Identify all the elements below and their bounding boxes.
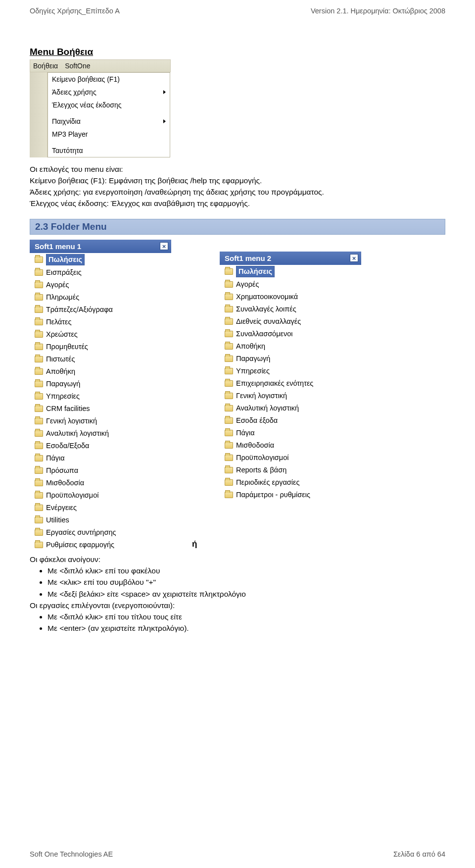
tree-item-label: Εργασίες συντήρησης — [46, 527, 116, 538]
tree-item[interactable]: Συναλλασσόμενοι — [220, 328, 361, 340]
tree-item-label: Αγορές — [236, 279, 259, 290]
tree-item[interactable]: Γενική λογιστική — [30, 415, 171, 427]
help-item-identity[interactable]: Ταυτότητα — [48, 144, 170, 157]
tree-item[interactable]: CRM facilities — [30, 403, 171, 415]
close-icon[interactable]: × — [160, 242, 168, 250]
tree-item[interactable]: Πελάτες — [30, 316, 171, 328]
folder-icon — [35, 443, 43, 449]
help-p1: Κείμενο βοήθειας (F1): Εμφάνιση της βοήθ… — [30, 176, 445, 186]
folder-icon — [225, 479, 233, 486]
tree-item-label: Υπηρεσίες — [46, 391, 80, 402]
tree-item-label: Προϋπολογισμοί — [46, 490, 98, 501]
tree-item[interactable]: Αγορές — [220, 278, 361, 291]
help-item-mp3[interactable]: MP3 Player — [48, 128, 170, 141]
tree-item[interactable]: Μισθοδοσία — [220, 439, 361, 452]
page-footer: Soft One Technologies AE Σελίδα 6 από 64 — [30, 850, 445, 858]
folder-icon — [35, 393, 43, 400]
tree-item-label: Διεθνείς συναλλαγές — [236, 316, 301, 327]
tree-item[interactable]: Πάγια — [30, 452, 171, 464]
chevron-right-icon — [163, 119, 166, 123]
tree-item[interactable]: Περιοδικές εργασίες — [220, 476, 361, 489]
tree-item-label: Προμηθευτές — [46, 342, 88, 352]
tree-item[interactable]: Πωλήσεις — [30, 253, 171, 266]
tree-item-label: Εσοδα έξοδα — [236, 415, 278, 426]
tree-item-label: CRM facilities — [46, 404, 90, 414]
tree-item-label: Τράπεζες/Αξιόγραφα — [46, 305, 113, 315]
help-item-licenses[interactable]: Άδειες χρήσης — [48, 86, 170, 99]
tree-item[interactable]: Ενέργειες — [30, 502, 171, 514]
folder-panels: Soft1 menu 1 × ΠωλήσειςΕισπράξειςΑγορέςΠ… — [30, 240, 445, 551]
tree-item-label: Αναλυτική λογιστική — [46, 428, 109, 439]
tree-item[interactable]: Τράπεζες/Αξιόγραφα — [30, 304, 171, 316]
help-item-check-version[interactable]: Έλεγχος νέας έκδοσης — [48, 99, 170, 111]
help-dropdown-gutter — [30, 72, 48, 157]
folder-icon — [225, 405, 233, 411]
tree-item[interactable]: Χρηματοοικονομικά — [220, 291, 361, 303]
menubar-softone[interactable]: SoftOne — [65, 62, 90, 70]
tree-item[interactable]: Παραγωγή — [30, 378, 171, 390]
tree-item-label: Αποθήκη — [46, 366, 75, 377]
folder-icon — [35, 418, 43, 424]
tree-item[interactable]: Διεθνείς συναλλαγές — [220, 315, 361, 328]
tree-item[interactable]: Παραγωγή — [220, 353, 361, 365]
tree-item[interactable]: Εσοδα/Εξοδα — [30, 440, 171, 452]
tree-item-label: Αποθήκη — [236, 341, 265, 352]
tree-item[interactable]: Υπηρεσίες — [30, 390, 171, 403]
tree-item[interactable]: Μισθοδοσία — [30, 477, 171, 489]
folder-icon — [225, 380, 233, 387]
tree-item[interactable]: Αποθήκη — [220, 340, 361, 353]
tree-item[interactable]: Γενική λογιστική — [220, 390, 361, 402]
list-item: Με <διπλό κλικ> επί του φακέλου — [48, 565, 445, 577]
help-item-label: MP3 Player — [52, 130, 88, 138]
tree-item[interactable]: Συναλλαγές λοιπές — [220, 303, 361, 315]
tree-item[interactable]: Reports & βάση — [220, 464, 361, 476]
folder-icon — [225, 343, 233, 350]
tree-item-label: Παραγωγή — [46, 379, 80, 389]
help-item-games[interactable]: Παιχνίδια — [48, 115, 170, 128]
tree-item[interactable]: Πληρωμές — [30, 291, 171, 304]
tree-item-label: Ενέργειες — [46, 503, 77, 513]
help-intro: Οι επιλογές του menu είναι: — [30, 164, 445, 175]
tree-item[interactable]: Προϋπολογισμοί — [30, 489, 171, 502]
tree-item[interactable]: Παράμετροι - ρυθμίσεις — [220, 489, 361, 501]
tree-item-label: Μισθοδοσία — [236, 440, 274, 451]
tree-item[interactable]: Utilities — [30, 514, 171, 526]
folder-menu-heading: 2.3 Folder Menu — [30, 219, 445, 235]
tree-item[interactable]: Πιστωτές — [30, 353, 171, 365]
tree-item[interactable]: Υπηρεσίες — [220, 365, 361, 377]
tree-item[interactable]: Πάγια — [220, 427, 361, 439]
menubar-help[interactable]: Βοήθεια — [33, 62, 58, 70]
tree-item-label: Πιστωτές — [46, 354, 75, 364]
help-p2: Άδειες χρήσης: για ενεργοποίηση /αναθεώρ… — [30, 187, 445, 198]
tree-item-label: Ρυθμίσεις εφαρμογής — [46, 540, 114, 550]
tree-item-label: Υπηρεσίες — [236, 366, 270, 376]
tree-item-label: Παράμετροι - ρυθμίσεις — [236, 490, 310, 500]
tree-item[interactable]: Πρόσωπα — [30, 464, 171, 477]
tree-item[interactable]: Αποθήκη — [30, 365, 171, 378]
tree-item[interactable]: Αναλυτική λογιστική — [30, 427, 171, 440]
list-item: Με <κλικ> επί του συμβόλου "+" — [48, 576, 445, 588]
tree-item-label: Συναλλασσόμενοι — [236, 329, 293, 339]
help-item-helptext[interactable]: Κείμενο βοήθειας (F1) — [48, 73, 170, 86]
tree-item[interactable]: Επιχειρησιακές ενότητες — [220, 377, 361, 390]
folder-icon — [35, 256, 43, 263]
tree-item[interactable]: Προμηθευτές — [30, 341, 171, 353]
close-icon[interactable]: × — [350, 254, 358, 262]
panel1-tree: ΠωλήσειςΕισπράξειςΑγορέςΠληρωμέςΤράπεζες… — [30, 253, 171, 551]
tree-item[interactable]: Εσοδα έξοδα — [220, 414, 361, 427]
tree-item[interactable]: Ρυθμίσεις εφαρμογής — [30, 539, 171, 551]
panel2-tree: ΠωλήσειςΑγορέςΧρηματοοικονομικάΣυναλλαγέ… — [220, 265, 361, 501]
tree-item[interactable]: Χρεώστες — [30, 328, 171, 341]
tree-item[interactable]: Πωλήσεις — [220, 265, 361, 278]
tree-item[interactable]: Αγορές — [30, 279, 171, 291]
soft1-menu-2-panel: Soft1 menu 2 × ΠωλήσειςΑγορέςΧρηματοοικο… — [220, 252, 361, 501]
help-p3: Έλεγχος νέας έκδοσης: Έλεγχος και αναβάθ… — [30, 199, 445, 209]
list-item: Με <enter> (αν χειριστείτε πληκτρολόγιο)… — [48, 622, 445, 634]
tree-item[interactable]: Εισπράξεις — [30, 266, 171, 279]
tree-item[interactable]: Εργασίες συντήρησης — [30, 526, 171, 539]
tree-item[interactable]: Αναλυτική λογιστική — [220, 402, 361, 414]
folder-icon — [35, 282, 43, 288]
folder-icon — [35, 294, 43, 301]
header-right: Version 2.1. Ημερομηνία: Οκτώβριος 2008 — [311, 7, 445, 15]
tree-item[interactable]: Προϋπολογισμοί — [220, 452, 361, 464]
